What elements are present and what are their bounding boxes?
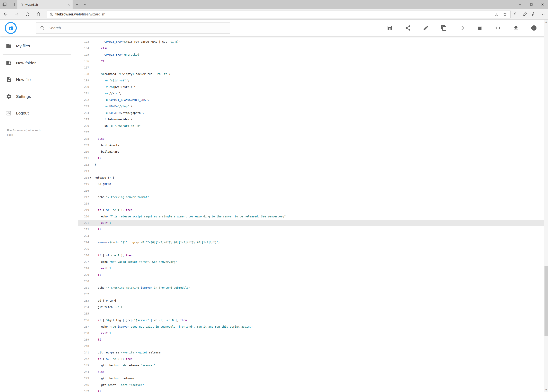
copy-button[interactable]: [435, 20, 453, 36]
sidebar-item-settings[interactable]: Settings: [0, 91, 78, 102]
share-icon[interactable]: [529, 9, 538, 20]
code-line[interactable]: 236 if [ $(git tag | grep "$semver" | wc…: [78, 317, 544, 323]
code-line[interactable]: 220 echo "This release script requires a…: [78, 213, 544, 220]
web-note-pen-icon[interactable]: [520, 9, 529, 20]
sidebar-item-logout[interactable]: Logout: [0, 108, 78, 119]
code-line[interactable]: 199 -u "$(id -u)" \: [78, 77, 544, 84]
code-line[interactable]: 210 buildBinary: [78, 148, 544, 155]
code-line[interactable]: 228 exit 1: [78, 265, 544, 272]
tab-close-icon[interactable]: [67, 3, 70, 6]
minimize-button[interactable]: [514, 0, 526, 9]
forward-icon[interactable]: [11, 9, 22, 20]
code-line[interactable]: 224 semver=$(echo "$1" | grep -P '^v(0|[…: [78, 239, 544, 246]
share-file-button[interactable]: [399, 20, 417, 36]
code-editor[interactable]: 193 COMMIT_SHA="$(git rev-parse HEAD | c…: [78, 36, 544, 392]
code-line[interactable]: 244 else: [78, 369, 544, 375]
delete-button[interactable]: [471, 20, 489, 36]
code-line[interactable]: 221 exit 1: [78, 220, 544, 226]
filebrowser-logo[interactable]: [5, 22, 17, 34]
reading-view-icon[interactable]: [492, 12, 501, 16]
code-line[interactable]: 205 filebrowser/dev \: [78, 116, 544, 123]
help-link[interactable]: Help: [7, 133, 41, 137]
code-line[interactable]: 211 fi: [78, 155, 544, 161]
code-line[interactable]: 201 -w //src \: [78, 90, 544, 97]
code-line[interactable]: 212}: [78, 161, 544, 168]
tab-preview-icon[interactable]: [10, 2, 15, 7]
back-icon[interactable]: [0, 9, 11, 20]
move-button[interactable]: [453, 20, 471, 36]
save-button[interactable]: [381, 20, 399, 36]
code-line[interactable]: 222 fi: [78, 226, 544, 233]
code-line[interactable]: 194 else: [78, 45, 544, 51]
sidebar-item-new-file[interactable]: New file: [0, 74, 78, 85]
code-line[interactable]: 225: [78, 246, 544, 252]
code-line[interactable]: 197: [78, 64, 544, 71]
code-line[interactable]: 239 fi: [78, 336, 544, 343]
raw-code-button[interactable]: [489, 20, 507, 36]
favorite-star-icon[interactable]: [501, 12, 509, 17]
code-line[interactable]: 229 fi: [78, 272, 544, 278]
code-line[interactable]: 216: [78, 187, 544, 194]
address-bar[interactable]: filebrowser.web/files/wizard.sh: [47, 11, 511, 18]
code-line[interactable]: 219 if [ $# -ne 1 ]; then: [78, 207, 544, 213]
code-line[interactable]: 247 fi: [78, 388, 544, 392]
code-line[interactable]: 214▾release () {: [78, 174, 544, 181]
code-line[interactable]: 204 -e GOPATH=//tmp/gopath \: [78, 110, 544, 116]
page-scrollbar[interactable]: ▲ ▼: [544, 20, 548, 392]
edit-button[interactable]: [417, 20, 435, 36]
code-line[interactable]: 242 if [ $? -ne 0 ]; then: [78, 356, 544, 362]
code-line[interactable]: 198 $(command -v winpty) docker run --rm…: [78, 71, 544, 77]
maximize-button[interactable]: [526, 0, 537, 9]
code-line[interactable]: 234 git fetch --all: [78, 304, 544, 310]
code-line[interactable]: 208 else: [78, 135, 544, 142]
code-line[interactable]: 235: [78, 310, 544, 317]
code-line[interactable]: 206 sh -c "./wizard.sh -b": [78, 123, 544, 129]
refresh-icon[interactable]: [22, 9, 33, 20]
code-line[interactable]: 238 exit 1: [78, 330, 544, 336]
code-line[interactable]: 196 fi: [78, 58, 544, 64]
hub-favorites-icon[interactable]: [512, 9, 520, 20]
code-line[interactable]: 202 -e COMMIT_SHA=$COMMIT_SHA \: [78, 97, 544, 103]
tabs-aside-icon[interactable]: [2, 2, 7, 7]
code-line[interactable]: 240: [78, 343, 544, 349]
code-line[interactable]: 246 git reset --hard "$semver": [78, 382, 544, 388]
code-line[interactable]: 230: [78, 278, 544, 284]
code-line[interactable]: 243 git checkout -b release "$semver": [78, 362, 544, 369]
code-line[interactable]: 237 echo "Tag $semver does not exist in …: [78, 323, 544, 330]
info-button[interactable]: [525, 20, 543, 36]
home-icon[interactable]: [33, 9, 44, 20]
code-line[interactable]: 195 COMMIT_SHA="untracked": [78, 51, 544, 58]
code-line[interactable]: 193 COMMIT_SHA="$(git rev-parse HEAD | c…: [78, 38, 544, 45]
download-button[interactable]: [507, 20, 525, 36]
code-line[interactable]: 245 git checkout release: [78, 375, 544, 382]
code-line[interactable]: 241 git rev-parse --verify --quiet relea…: [78, 349, 544, 356]
scroll-down-icon[interactable]: ▼: [544, 388, 548, 392]
code-line[interactable]: 203 -e HOME="//tmp" \: [78, 103, 544, 110]
code-line[interactable]: 200 -v /$(pwd):/src:z \: [78, 84, 544, 90]
code-line[interactable]: 227 echo "Not valid semver format. See s…: [78, 259, 544, 265]
sidebar-item-my-files[interactable]: My files: [0, 41, 78, 51]
scroll-up-icon[interactable]: ▲: [544, 20, 548, 24]
fold-arrow-icon[interactable]: ▾: [89, 176, 95, 179]
code-line[interactable]: 207: [78, 129, 544, 135]
code-line[interactable]: 226 if [ $? -ne 0 ]; then: [78, 252, 544, 259]
code-line[interactable]: 223: [78, 233, 544, 239]
code-line[interactable]: 231 echo "> Checking matching $semver in…: [78, 285, 544, 291]
code-line[interactable]: 232: [78, 291, 544, 297]
code-line[interactable]: 215 cd $REPO: [78, 181, 544, 187]
scrollbar-thumb[interactable]: [544, 266, 548, 336]
search-box[interactable]: [36, 22, 230, 34]
close-button[interactable]: [537, 0, 548, 9]
site-info-icon[interactable]: [48, 12, 55, 16]
code-line[interactable]: 209 buildAssets: [78, 142, 544, 148]
browser-tab[interactable]: wizard.sh: [17, 0, 73, 9]
search-input[interactable]: [49, 26, 226, 30]
sidebar-item-new-folder[interactable]: New folder: [0, 57, 78, 69]
more-options-icon[interactable]: [538, 9, 547, 20]
new-tab-button[interactable]: [73, 0, 81, 9]
tab-list-chevron-icon[interactable]: [81, 0, 89, 9]
code-line[interactable]: 213: [78, 168, 544, 174]
code-line[interactable]: 233 cd frontend: [78, 297, 544, 304]
code-line[interactable]: 218: [78, 200, 544, 207]
code-line[interactable]: 217 echo "> Checking semver format": [78, 194, 544, 200]
